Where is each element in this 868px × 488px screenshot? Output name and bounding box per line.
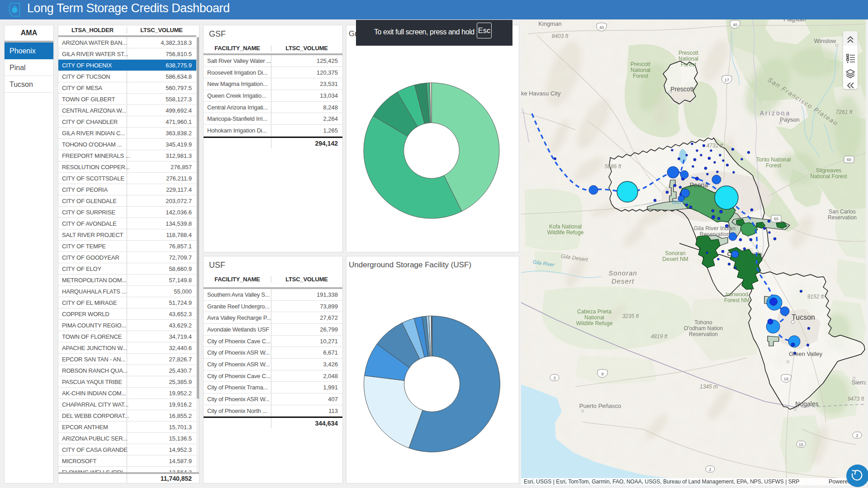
- svg-text:Sonoran: Sonoran: [608, 269, 637, 277]
- svg-text:National Forest: National Forest: [810, 173, 847, 180]
- svg-text:19: 19: [784, 377, 788, 381]
- svg-text:Desert: Desert: [612, 277, 634, 285]
- svg-text:8403 ft: 8403 ft: [552, 33, 569, 39]
- svg-text:9473 ft: 9473 ft: [848, 396, 864, 402]
- svg-text:8: 8: [601, 372, 603, 376]
- svg-text:Wildlife Refuge: Wildlife Refuge: [576, 320, 613, 327]
- svg-text:15: 15: [799, 442, 803, 447]
- svg-text:Prescott: Prescott: [678, 50, 699, 56]
- svg-text:4819 ft: 4819 ft: [651, 333, 668, 340]
- svg-text:Kofa National: Kofa National: [549, 223, 582, 230]
- svg-text:9152 ft: 9152 ft: [807, 294, 824, 300]
- svg-text:Tucson: Tucson: [792, 313, 815, 321]
- svg-text:Tohono: Tohono: [694, 319, 712, 326]
- svg-text:60: 60: [774, 217, 778, 221]
- svg-text:Prescott: Prescott: [670, 85, 693, 93]
- svg-text:ke Havasu City: ke Havasu City: [521, 90, 561, 97]
- svg-text:3: 3: [553, 376, 555, 380]
- svg-text:Peoria: Peoria: [690, 181, 708, 189]
- svg-text:7261 ft: 7261 ft: [836, 109, 853, 115]
- svg-text:Ironwood: Ironwood: [726, 291, 748, 298]
- svg-text:Flagstaff: Flagstaff: [783, 19, 806, 23]
- svg-text:National: National: [631, 67, 650, 73]
- svg-text:Reservation: Reservation: [700, 231, 730, 237]
- svg-text:Sitgreaves: Sitgreaves: [816, 167, 842, 174]
- svg-text:Puerto Peñasco: Puerto Peñasco: [579, 403, 621, 409]
- svg-text:Wildlife Refuge: Wildlife Refuge: [547, 229, 584, 236]
- svg-text:National: National: [678, 56, 698, 62]
- svg-text:4731 ft: 4731 ft: [707, 142, 723, 149]
- svg-text:Forest: Forest: [633, 73, 649, 79]
- svg-text:Forest NM: Forest NM: [724, 297, 749, 303]
- svg-text:Payson: Payson: [780, 116, 799, 123]
- svg-text:Gila Riv: Gila Riv: [672, 199, 690, 205]
- svg-text:Cabeza Prieta: Cabeza Prieta: [577, 308, 612, 315]
- svg-text:Forest: Forest: [766, 162, 782, 169]
- svg-text:40: 40: [733, 23, 737, 27]
- svg-text:2: 2: [709, 467, 711, 472]
- svg-text:Gila River Indian: Gila River Indian: [694, 225, 735, 232]
- svg-text:Reservation: Reservation: [828, 214, 857, 221]
- svg-text:17: 17: [725, 78, 729, 82]
- svg-text:Arizona: Arizona: [760, 109, 791, 117]
- svg-text:Sonoran: Sonoran: [665, 250, 685, 256]
- svg-text:Forest: Forest: [681, 62, 697, 68]
- svg-text:Tonto National: Tonto National: [756, 156, 791, 163]
- svg-text:40: 40: [599, 25, 604, 30]
- svg-text:Sierra: Sierra: [852, 379, 866, 386]
- svg-text:1345 m: 1345 m: [700, 384, 718, 390]
- svg-text:Nogales: Nogales: [795, 400, 818, 407]
- svg-text:O'odham Nation: O'odham Nation: [684, 325, 723, 332]
- svg-text:2: 2: [856, 433, 858, 438]
- svg-text:Reservation: Reservation: [689, 331, 718, 337]
- svg-text:60: 60: [847, 157, 851, 162]
- svg-text:Winslow: Winslow: [814, 38, 836, 44]
- svg-text:Desert NM: Desert NM: [662, 256, 688, 262]
- svg-text:Green Valley: Green Valley: [789, 351, 823, 357]
- svg-text:3235 ft: 3235 ft: [622, 313, 639, 319]
- svg-text:San Carlos: San Carlos: [829, 208, 855, 215]
- svg-text:Kingman: Kingman: [538, 20, 561, 27]
- svg-text:National: National: [584, 314, 604, 321]
- svg-text:Prescott: Prescott: [631, 61, 651, 67]
- svg-text:5686 ft: 5686 ft: [605, 163, 621, 170]
